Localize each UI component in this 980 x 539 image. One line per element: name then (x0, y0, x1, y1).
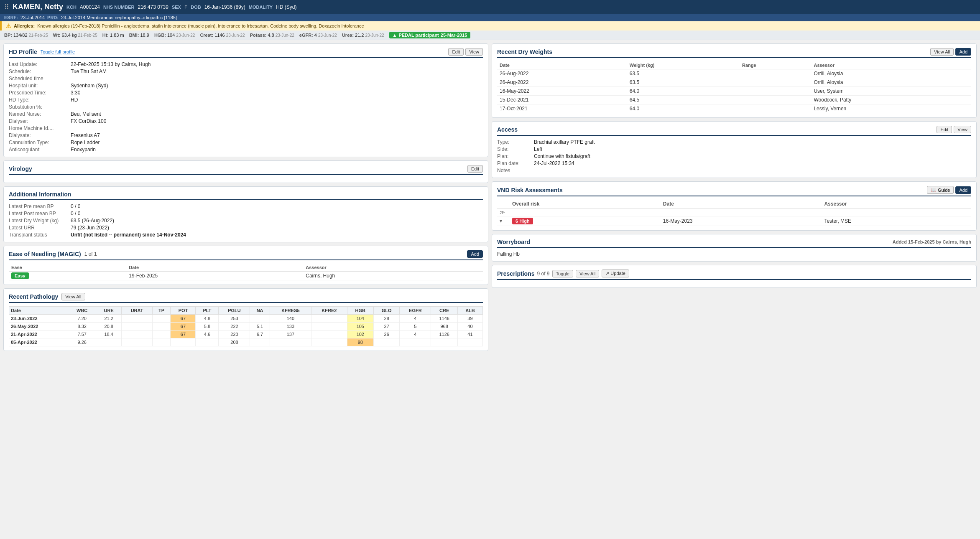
path-col-header: KFRE2 (311, 307, 347, 315)
vnd-assessor-col: Assessor (822, 200, 971, 208)
path-cell: 21.2 (96, 315, 122, 323)
path-cell: 220 (219, 331, 250, 338)
prescriptions-title-group: Prescriptions 9 of 9 Toggle View All ↗ U… (497, 270, 629, 277)
worryboard-content: Falling Hb (497, 251, 971, 257)
potass-vital: Potass: 4.8 23-Jun-22 (250, 33, 294, 38)
ease-assessor-header: Assessor (303, 264, 483, 272)
dry-weights-add-button[interactable]: Add (955, 48, 971, 56)
path-col-header: EGFR (400, 307, 431, 315)
scheduled-time-label: Scheduled time (9, 76, 67, 81)
dry-weights-view-all-button[interactable]: View All (930, 48, 954, 56)
ease-date-cell: 19-Feb-2025 (126, 272, 303, 280)
vnd-risk-col: Overall risk (510, 200, 661, 208)
access-view-button[interactable]: View (954, 126, 971, 133)
path-col-header: HGB (347, 307, 373, 315)
path-cell (400, 338, 431, 346)
ease-col-header: Ease (9, 264, 126, 272)
ease-date-header: Date (126, 264, 303, 272)
dry-weight-label: Latest Dry Weight (kg) (9, 218, 67, 224)
path-cell: 41 (457, 331, 482, 338)
path-cell (122, 315, 152, 323)
hd-type-label: HD Type: (9, 97, 67, 103)
pedal-text: PEDAL participant (398, 33, 439, 38)
esrf-value: 23-Jul-2014 (20, 15, 45, 20)
dialysate-label: Dialysate: (9, 132, 67, 138)
hd-type-value: HD (71, 97, 483, 103)
pathology-table-wrapper: DateWBCUREURATTPPOTPLTPGLUNAKFRES5KFRE2H… (9, 306, 483, 346)
path-cell: 39 (457, 315, 482, 323)
egfr-label: eGFR: (299, 33, 313, 38)
urr-value: 79 (23-Jun-2022) (71, 225, 483, 231)
hd-profile-title-group: HD Profile Toggle full profile (9, 48, 75, 55)
creat-date: 23-Jun-22 (226, 33, 245, 38)
path-col-header: URE (96, 307, 122, 315)
dry-weights-section: Recent Dry Weights View All Add Date Wei… (492, 43, 977, 118)
path-cell: 27 (374, 323, 400, 331)
path-col-header: NA (250, 307, 270, 315)
post-bp-label: Latest Post mean BP (9, 211, 67, 216)
access-notes-value (534, 168, 971, 173)
path-col-header: CRE (431, 307, 458, 315)
path-cell: 1146 (431, 315, 458, 323)
dw-date-cell: 16-May-2022 (497, 87, 627, 96)
urea-vital: Urea: 21.2 23-Jun-22 (342, 33, 384, 38)
path-cell: 9.26 (68, 338, 96, 346)
vnd-add-button[interactable]: Add (955, 186, 971, 194)
allergy-bar: ⚠ Allergies: Known allergies (19-Feb-201… (0, 21, 980, 31)
table-row: 05-Apr-20229.2620898 (9, 338, 483, 346)
path-cell (311, 315, 347, 323)
access-side-label: Side: (497, 146, 531, 152)
ease-needling-title: Ease of Needling (MAGIC) (9, 251, 81, 257)
path-cell: 28 (374, 315, 400, 323)
additional-info-section: Additional Information Latest Pre mean B… (3, 186, 488, 242)
path-cell (171, 338, 196, 346)
path-col-header: GLO (374, 307, 400, 315)
prescriptions-update-button[interactable]: ↗ Update (602, 270, 629, 277)
urea-label: Urea: (342, 33, 354, 38)
virology-edit-button[interactable]: Edit (467, 165, 483, 173)
cannulation-value: Rope Ladder (71, 140, 483, 145)
prescriptions-toggle-button[interactable]: Toggle (552, 270, 573, 277)
cannulation-label: Cannulation Type: (9, 140, 67, 145)
chevron-down-icon[interactable]: ▾ (500, 218, 502, 224)
bmi-value: 18.9 (140, 33, 149, 38)
dialysate-value: Fresenius A7 (71, 132, 483, 138)
recent-pathology-title: Recent Pathology (9, 293, 58, 300)
path-col-header: KFRES5 (270, 307, 311, 315)
path-cell (250, 315, 270, 323)
home-machine-value (71, 125, 483, 131)
hgb-value: 104 (167, 33, 175, 38)
prd-label: PRD: (47, 15, 59, 20)
access-edit-button[interactable]: Edit (937, 126, 952, 133)
path-col-header: TP (152, 307, 171, 315)
dry-weights-header: Recent Dry Weights View All Add (497, 48, 971, 58)
ht-vital: Ht: 1.83 m (102, 33, 124, 38)
hd-profile-section: HD Profile Toggle full profile Edit View… (3, 43, 488, 157)
path-cell (152, 315, 171, 323)
left-column: HD Profile Toggle full profile Edit View… (3, 43, 488, 351)
prescriptions-view-all-button[interactable]: View All (576, 270, 599, 277)
worryboard-added-text: Added 15-Feb-2025 by Cairns, Hugh (893, 239, 971, 244)
dw-date-col: Date (497, 61, 627, 69)
vnd-guide-button[interactable]: 📖 Guide (927, 186, 954, 194)
dw-range-cell (740, 104, 811, 113)
dw-assessor-cell: Orrill, Aloysia (811, 69, 971, 78)
ease-needling-add-button[interactable]: Add (467, 250, 483, 258)
path-cell (270, 338, 311, 346)
dw-weight-col: Weight (kg) (627, 61, 740, 69)
recent-pathology-view-all-button[interactable]: View All (61, 293, 85, 300)
schedule-label: Schedule: (9, 69, 67, 74)
access-section: Access Edit View Type: Brachial axillary… (492, 121, 977, 178)
path-cell: 140 (270, 315, 311, 323)
potass-label: Potass: (250, 33, 267, 38)
bmi-vital: BMI: 18.9 (129, 33, 149, 38)
hd-profile-view-button[interactable]: View (465, 48, 483, 56)
worryboard-section: Worryboard Added 15-Feb-2025 by Cairns, … (492, 234, 977, 262)
dw-weight-cell: 64.5 (627, 96, 740, 104)
toggle-full-profile-link[interactable]: Toggle full profile (41, 49, 75, 54)
hd-profile-edit-button[interactable]: Edit (448, 48, 464, 56)
sub-header: ESRF: 23-Jul-2014 PRD: 23-Jul-2014 Membr… (0, 14, 980, 21)
egfr-date: 23-Jun-22 (318, 33, 337, 38)
creat-label: Creat: (200, 33, 213, 38)
nhs-number: 216 473 0739 (138, 4, 168, 10)
